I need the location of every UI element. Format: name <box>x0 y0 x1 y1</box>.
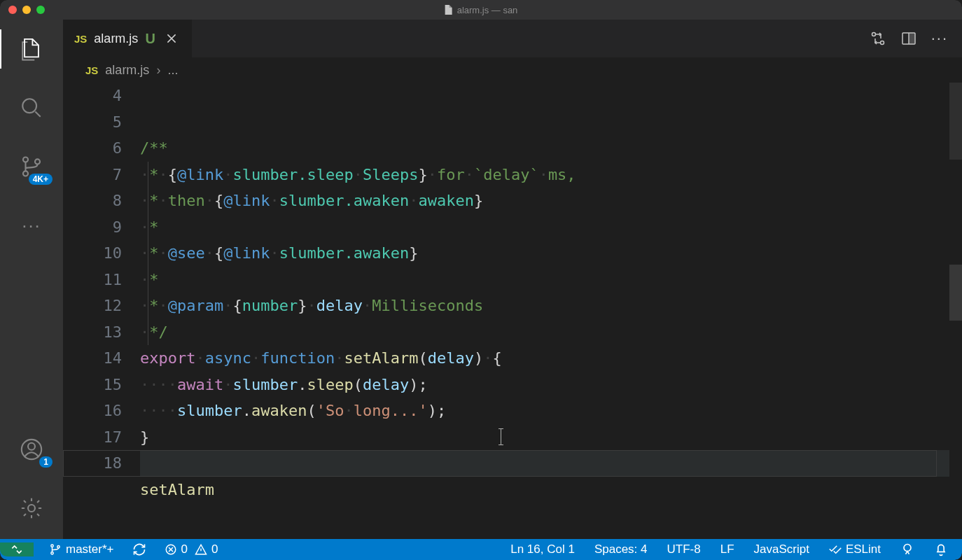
code-line[interactable]: export·async·function·setAlarm(delay)·{ <box>140 345 949 372</box>
settings-button[interactable] <box>15 491 48 525</box>
svg-point-1 <box>23 158 28 162</box>
breadcrumb[interactable]: JS alarm.js › ... <box>63 57 962 83</box>
gear-icon <box>20 496 43 520</box>
bell-icon <box>934 542 948 556</box>
eslint-status[interactable]: ESLint <box>826 542 884 556</box>
git-branch-status[interactable]: master*+ <box>46 542 117 556</box>
code-line[interactable]: ····await·slumber.sleep(delay); <box>140 372 949 398</box>
window-title-text: alarm.js — san <box>457 5 518 15</box>
code-line[interactable]: } <box>140 424 949 451</box>
code-line[interactable]: ····slumber.awaken('So·long...'); <box>140 398 949 424</box>
line-number: 15 <box>63 372 122 398</box>
code-line[interactable]: ·* <box>140 214 949 241</box>
accounts-button[interactable]: 1 <box>15 433 48 466</box>
svg-point-0 <box>22 99 36 113</box>
remote-icon <box>10 542 24 556</box>
status-bar: master*+ 0 0 Ln 16, Col 1 Spaces: 4 UTF-… <box>0 539 962 560</box>
svg-rect-10 <box>909 34 914 43</box>
scm-badge: 4K+ <box>29 174 53 185</box>
problems-status[interactable]: 0 0 <box>162 542 221 556</box>
svg-point-12 <box>51 552 53 554</box>
check-all-icon <box>829 543 842 556</box>
files-icon <box>20 37 43 61</box>
code-line[interactable]: ·*·@param·{number}·delay·Milliseconds <box>140 293 949 319</box>
editor-actions: ··· <box>870 20 962 57</box>
cursor-position[interactable]: Ln 16, Col 1 <box>508 542 578 556</box>
split-editor-icon[interactable] <box>900 30 917 47</box>
line-number: 14 <box>63 345 122 372</box>
tab-label: alarm.js <box>94 31 138 46</box>
git-untracked-badge: U <box>145 31 155 47</box>
close-tab-button[interactable] <box>162 32 181 45</box>
minimize-window-button[interactable] <box>22 6 31 14</box>
svg-point-11 <box>51 545 53 547</box>
warning-count: 0 <box>211 542 218 556</box>
code-content[interactable]: /**·*·{@link·slumber.sleep·Sleeps}·for·`… <box>140 83 949 539</box>
breadcrumb-file: alarm.js <box>105 63 149 78</box>
editor-tab-alarm-js[interactable]: JS alarm.js U <box>63 20 193 57</box>
code-line[interactable] <box>140 450 949 477</box>
svg-point-7 <box>872 33 875 36</box>
sync-status[interactable] <box>130 542 149 556</box>
window-controls <box>0 6 45 14</box>
code-line[interactable]: ·*·@see·{@link·slumber.awaken} <box>140 240 949 267</box>
minimap-viewport[interactable] <box>949 83 962 160</box>
code-line[interactable]: ·*/ <box>140 319 949 346</box>
line-number: 4 <box>63 83 122 109</box>
minimap[interactable] <box>949 83 962 539</box>
code-editor[interactable]: 456789101112131415161718 /**·*·{@link·sl… <box>63 83 962 539</box>
code-line[interactable]: ·*·then·{@link·slumber.awaken·awaken} <box>140 188 949 214</box>
search-tab[interactable] <box>15 91 48 125</box>
file-icon <box>445 5 453 15</box>
line-number: 16 <box>63 398 122 424</box>
indentation-status[interactable]: Spaces: 4 <box>592 542 650 556</box>
titlebar: alarm.js — san <box>0 0 962 20</box>
js-file-icon: JS <box>85 64 98 76</box>
line-number: 9 <box>63 214 122 241</box>
feedback-icon <box>900 542 914 556</box>
sync-icon <box>132 542 146 556</box>
compare-icon[interactable] <box>870 30 886 47</box>
code-line[interactable]: ·* <box>140 267 949 293</box>
code-line[interactable]: /** <box>140 135 949 162</box>
line-number: 5 <box>63 109 122 136</box>
error-icon <box>165 543 177 556</box>
notifications-button[interactable] <box>931 542 951 556</box>
line-number: 11 <box>63 267 122 293</box>
line-number: 10 <box>63 240 122 267</box>
svg-point-6 <box>28 505 35 512</box>
zoom-window-button[interactable] <box>36 6 45 14</box>
line-number: 13 <box>63 319 122 346</box>
eol-status[interactable]: LF <box>718 542 737 556</box>
window-title: alarm.js — san <box>445 5 518 15</box>
error-count: 0 <box>181 542 188 556</box>
close-window-button[interactable] <box>8 6 17 14</box>
svg-point-8 <box>880 41 884 45</box>
source-control-tab[interactable]: 4K+ <box>15 150 48 183</box>
js-file-icon: JS <box>74 33 87 45</box>
text-cursor <box>501 428 501 445</box>
branch-name: master*+ <box>66 542 114 556</box>
svg-point-5 <box>28 443 35 450</box>
search-icon <box>20 96 43 120</box>
chevron-right-icon: › <box>156 63 160 78</box>
line-number: 17 <box>63 424 122 451</box>
account-badge: 1 <box>39 456 53 468</box>
close-icon <box>165 32 178 45</box>
line-number: 18 <box>63 450 122 477</box>
breadcrumb-rest: ... <box>167 63 178 78</box>
feedback-button[interactable] <box>898 542 917 556</box>
more-actions-button[interactable]: ··· <box>931 29 948 48</box>
code-line[interactable]: setAlarm <box>140 477 949 503</box>
line-number: 7 <box>63 162 122 188</box>
line-number: 12 <box>63 293 122 319</box>
language-mode[interactable]: JavaScript <box>751 542 812 556</box>
explorer-tab[interactable] <box>15 32 48 66</box>
line-number: 8 <box>63 188 122 214</box>
remote-indicator[interactable] <box>0 542 34 556</box>
warning-icon <box>195 543 207 556</box>
encoding-status[interactable]: UTF-8 <box>664 542 704 556</box>
more-views[interactable]: ··· <box>15 209 48 242</box>
code-line[interactable]: ·*·{@link·slumber.sleep·Sleeps}·for·`del… <box>140 162 949 188</box>
code-line[interactable] <box>140 503 949 529</box>
